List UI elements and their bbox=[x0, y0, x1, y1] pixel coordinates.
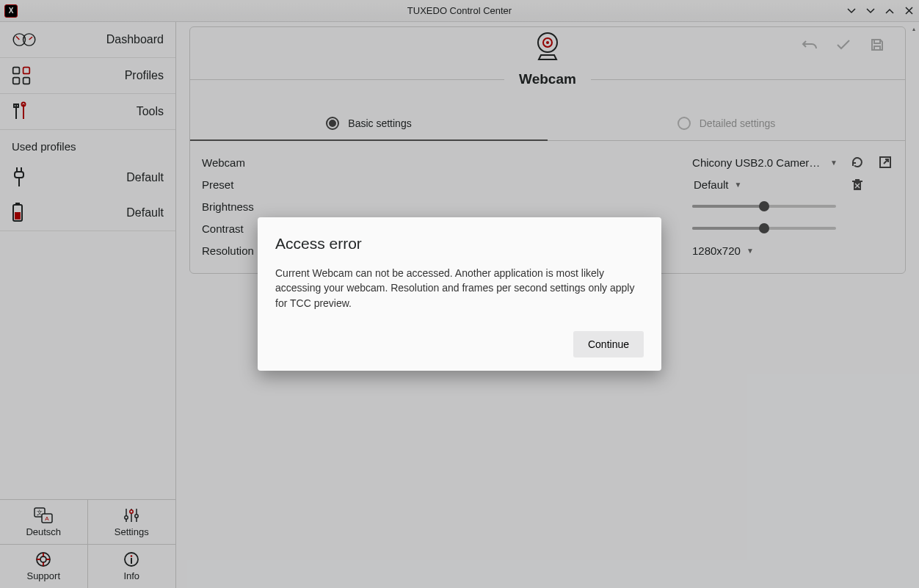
modal-overlay: Access error Current Webcam can not be a… bbox=[0, 0, 919, 588]
access-error-dialog: Access error Current Webcam can not be a… bbox=[258, 217, 661, 371]
dialog-message: Current Webcam can not be accessed. Anot… bbox=[275, 266, 644, 311]
continue-button[interactable]: Continue bbox=[573, 331, 644, 357]
dialog-title: Access error bbox=[275, 235, 644, 253]
